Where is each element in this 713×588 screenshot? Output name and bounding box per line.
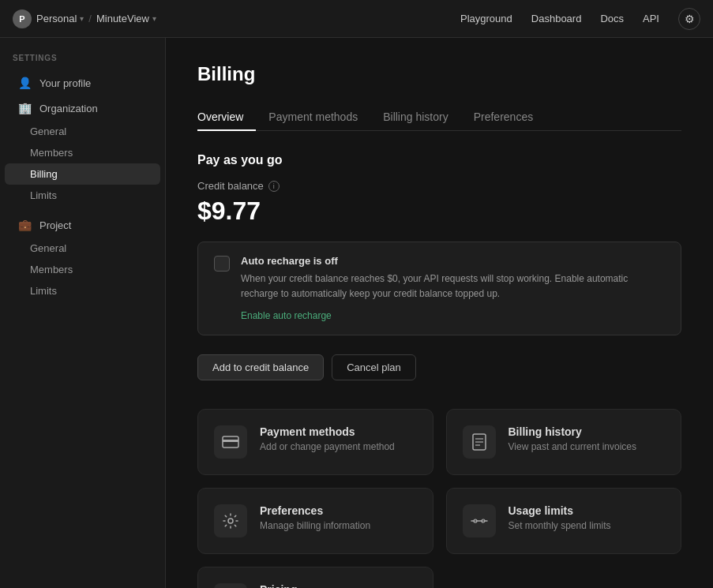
breadcrumb-separator: / (88, 13, 92, 24)
sidebar-section-label: SETTINGS (0, 54, 165, 70)
usage-limits-icon (463, 504, 496, 537)
sidebar-item-proj-general[interactable]: General (5, 238, 160, 259)
sidebar-label-org-billing: Billing (30, 168, 58, 180)
cancel-plan-button[interactable]: Cancel plan (332, 354, 416, 380)
settings-icon[interactable]: ⚙ (678, 8, 700, 30)
breadcrumb-project[interactable]: MinuteView ▾ (96, 13, 156, 24)
card-content-billing-history: Billing history View past and current in… (508, 425, 637, 452)
chevron-down-icon-2: ▾ (152, 14, 156, 23)
tabs-bar: Overview Payment methods Billing history… (197, 104, 681, 131)
card-payment-methods[interactable]: Payment methods Add or change payment me… (197, 409, 433, 475)
tab-billing-history[interactable]: Billing history (370, 104, 460, 131)
sidebar-item-project[interactable]: 💼 Project (5, 212, 160, 238)
sidebar-label-organization: Organization (39, 103, 98, 114)
top-nav: P Personal ▾ / MinuteView ▾ Playground D… (0, 0, 713, 38)
chevron-down-icon: ▾ (80, 14, 84, 23)
nav-left: P Personal ▾ / MinuteView ▾ (13, 9, 460, 28)
card-content-preferences: Preferences Manage billing information (260, 504, 370, 531)
card-title-preferences: Preferences (260, 504, 370, 517)
nav-api[interactable]: API (643, 13, 659, 24)
tab-payment-methods[interactable]: Payment methods (256, 104, 370, 131)
card-usage-limits[interactable]: Usage limits Set monthly spend limits (446, 488, 682, 554)
alert-content: Auto recharge is off When your credit ba… (241, 255, 665, 322)
sidebar-item-org-limits[interactable]: Limits (5, 185, 160, 206)
sidebar-label-proj-limits: Limits (30, 285, 57, 297)
main-layout: SETTINGS 👤 Your profile 🏢 Organization G… (0, 38, 713, 588)
card-desc-billing-history: View past and current invoices (508, 441, 637, 452)
card-content-payment-methods: Payment methods Add or change payment me… (260, 425, 395, 452)
payment-methods-icon (214, 425, 247, 459)
organization-icon: 🏢 (17, 102, 32, 114)
card-preferences[interactable]: Preferences Manage billing information (197, 488, 433, 554)
svg-point-10 (474, 519, 477, 522)
avatar[interactable]: P (13, 9, 32, 28)
billing-history-icon (463, 425, 496, 459)
card-pricing[interactable]: Pricing View pricing and FAQs (197, 567, 433, 588)
card-title-payment-methods: Payment methods (260, 425, 395, 438)
nav-docs[interactable]: Docs (600, 13, 624, 24)
action-buttons: Add to credit balance Cancel plan (197, 354, 681, 380)
enable-auto-recharge-link[interactable]: Enable auto recharge (241, 310, 332, 321)
sidebar-item-your-profile[interactable]: 👤 Your profile (5, 70, 160, 96)
nav-right: Playground Dashboard Docs API ⚙ (460, 8, 700, 30)
sidebar-label-org-limits: Limits (30, 189, 57, 201)
pricing-icon (214, 583, 247, 588)
sidebar-item-organization[interactable]: 🏢 Organization (5, 96, 160, 121)
alert-body: When your credit balance reaches $0, you… (241, 272, 665, 301)
credit-amount: $9.77 (197, 197, 681, 226)
tab-preferences[interactable]: Preferences (461, 104, 546, 131)
svg-point-11 (482, 519, 485, 522)
auto-recharge-alert: Auto recharge is off When your credit ba… (197, 242, 681, 335)
sidebar-item-org-billing[interactable]: Billing (5, 163, 160, 185)
sidebar-label-project: Project (39, 219, 71, 231)
breadcrumb-workspace[interactable]: Personal ▾ (36, 13, 84, 24)
alert-icon (214, 256, 230, 272)
sidebar-label-proj-general: General (30, 242, 66, 254)
nav-dashboard[interactable]: Dashboard (531, 13, 582, 24)
sidebar-label-proj-members: Members (30, 264, 73, 275)
card-content-usage-limits: Usage limits Set monthly spend limits (508, 504, 611, 531)
sidebar: SETTINGS 👤 Your profile 🏢 Organization G… (0, 38, 166, 588)
section-title-pay-as-you-go: Pay as you go (197, 153, 681, 167)
card-title-usage-limits: Usage limits (508, 504, 611, 517)
project-icon: 💼 (17, 219, 32, 231)
page-title: Billing (197, 63, 681, 85)
profile-icon: 👤 (17, 77, 32, 89)
sidebar-label-org-general: General (30, 125, 66, 137)
sidebar-item-org-members[interactable]: Members (5, 142, 160, 163)
sidebar-item-proj-members[interactable]: Members (5, 259, 160, 280)
add-to-credit-balance-button[interactable]: Add to credit balance (197, 354, 324, 380)
breadcrumb: Personal ▾ / MinuteView ▾ (36, 13, 156, 24)
card-content-pricing: Pricing View pricing and FAQs (260, 583, 355, 588)
info-icon[interactable]: i (268, 181, 280, 192)
svg-point-6 (228, 519, 233, 523)
nav-playground[interactable]: Playground (460, 13, 512, 24)
alert-title: Auto recharge is off (241, 255, 665, 267)
card-billing-history[interactable]: Billing history View past and current in… (446, 409, 682, 475)
card-desc-payment-methods: Add or change payment method (260, 441, 395, 452)
billing-cards-grid: Payment methods Add or change payment me… (197, 409, 681, 588)
credit-balance-label: Credit balance i (197, 180, 681, 192)
svg-rect-1 (223, 440, 238, 442)
card-desc-preferences: Manage billing information (260, 520, 370, 531)
sidebar-item-proj-limits[interactable]: Limits (5, 280, 160, 301)
card-desc-usage-limits: Set monthly spend limits (508, 520, 611, 531)
card-title-billing-history: Billing history (508, 425, 637, 438)
card-title-pricing: Pricing (260, 583, 355, 588)
sidebar-item-org-general[interactable]: General (5, 121, 160, 142)
content-area: Billing Overview Payment methods Billing… (166, 38, 713, 588)
sidebar-label-your-profile: Your profile (39, 77, 91, 89)
sidebar-label-org-members: Members (30, 147, 73, 159)
preferences-icon (214, 504, 247, 537)
tab-overview[interactable]: Overview (197, 104, 256, 131)
